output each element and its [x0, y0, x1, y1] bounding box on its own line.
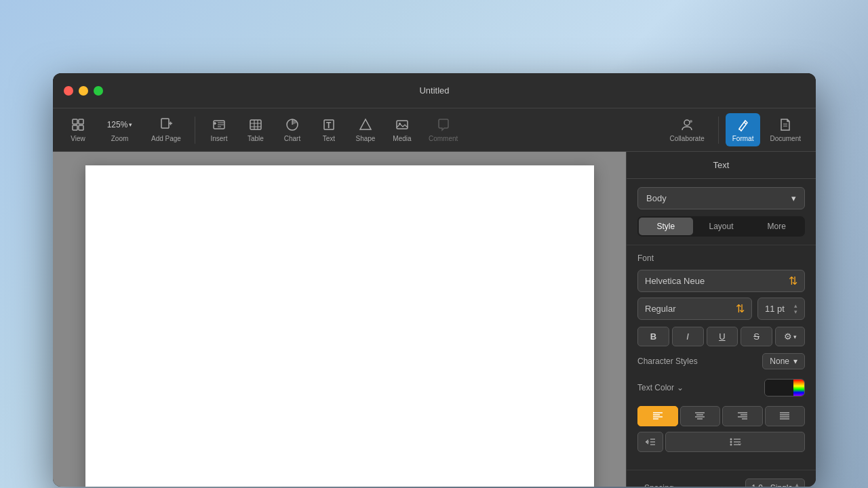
table-icon [248, 117, 263, 132]
app-window: Untitled View 125% ▾ Zoom [53, 73, 816, 487]
chart-toolbar-item[interactable]: Chart [275, 113, 309, 146]
format-toolbar-item[interactable]: Format [726, 113, 761, 146]
spacing-section: ▸ Spacing 1.0 - Single ▴ ▾ [627, 470, 816, 487]
align-left-button[interactable] [637, 406, 678, 426]
font-section-title: Font [637, 253, 805, 263]
style-dropdown[interactable]: Body ▾ [637, 187, 805, 209]
sidebar-title: Text [713, 160, 730, 170]
traffic-lights [53, 86, 103, 96]
shape-toolbar-item[interactable]: Shape [349, 113, 382, 146]
spacing-label-container: ▸ Spacing [637, 483, 673, 487]
window-title: Untitled [419, 85, 449, 96]
svg-rect-4 [161, 119, 169, 128]
char-styles-label: Character Styles [637, 357, 698, 366]
tab-layout[interactable]: Layout [694, 218, 749, 235]
document-toolbar-item[interactable]: Document [763, 113, 808, 146]
collaborate-toolbar-item[interactable]: Collaborate [663, 113, 711, 146]
media-label: Media [393, 135, 411, 142]
stepper-down-icon[interactable]: ▾ [794, 309, 797, 315]
font-settings-button[interactable]: ⚙ ▾ [775, 327, 805, 346]
insert-icon [212, 117, 226, 132]
align-right-button[interactable] [722, 406, 763, 426]
zoom-toolbar-item[interactable]: 125% ▾ Zoom [98, 113, 142, 146]
svg-line-26 [744, 122, 746, 124]
tab-more-label: More [768, 222, 786, 231]
document-icon [778, 117, 793, 132]
sidebar: Text Body ▾ Style Layout More [626, 152, 816, 487]
underline-button[interactable]: U [707, 327, 738, 346]
char-styles-chevron-icon: ▾ [793, 357, 797, 366]
comment-label: Comment [429, 135, 458, 142]
font-size-input[interactable]: 11 pt ▴ ▾ [757, 298, 805, 320]
svg-rect-13 [250, 120, 261, 129]
zoom-icon: 125% ▾ [113, 117, 127, 132]
text-color-chevron-icon: ⌄ [677, 383, 684, 392]
page[interactable] [85, 165, 594, 487]
align-center-button[interactable] [680, 406, 721, 426]
list-style-button[interactable] [665, 432, 805, 452]
chart-icon [285, 117, 300, 132]
svg-rect-3 [79, 125, 83, 130]
tab-style[interactable]: Style [639, 218, 693, 235]
gear-chevron-icon: ▾ [793, 333, 797, 340]
svg-rect-1 [79, 119, 83, 124]
view-label: View [71, 135, 85, 142]
style-value: Body [646, 193, 667, 203]
char-styles-row: Character Styles None ▾ [637, 353, 805, 369]
svg-point-54 [730, 444, 732, 446]
spacing-chevron-icon: ▸ [637, 483, 642, 487]
media-toolbar-item[interactable]: Media [385, 113, 419, 146]
font-style-selector[interactable]: Regular ⇅ [637, 298, 752, 320]
toolbar-sep-1 [195, 117, 195, 144]
italic-button[interactable]: I [672, 327, 704, 346]
svg-rect-22 [397, 121, 408, 129]
format-label: Format [732, 135, 754, 142]
bold-button[interactable]: B [637, 327, 669, 346]
view-icon [71, 117, 85, 132]
tab-more[interactable]: More [749, 218, 804, 235]
indent-decrease-button[interactable] [637, 432, 663, 452]
titlebar: Untitled [53, 73, 816, 108]
color-black-swatch [765, 380, 793, 396]
text-color-swatch[interactable] [764, 379, 805, 396]
svg-rect-0 [73, 119, 77, 124]
insert-toolbar-item[interactable]: Insert [202, 113, 236, 146]
gear-icon: ⚙ [784, 331, 792, 342]
comment-toolbar-item[interactable]: Comment [422, 113, 465, 146]
char-styles-dropdown[interactable]: None ▾ [762, 353, 805, 369]
font-style-arrow-icon: ⇅ [736, 302, 745, 315]
shape-label: Shape [355, 135, 375, 142]
view-toolbar-item[interactable]: View [61, 113, 95, 146]
font-arrow-icon: ⇅ [789, 274, 797, 287]
media-icon [395, 117, 410, 132]
minimize-button[interactable] [79, 86, 88, 96]
content-area: Text Body ▾ Style Layout More [53, 152, 816, 487]
table-toolbar-item[interactable]: Table [239, 113, 273, 146]
spacing-value: 1.0 - Single [751, 483, 793, 487]
sidebar-header: Text [627, 152, 816, 179]
text-icon: T [321, 117, 336, 132]
font-size-stepper[interactable]: ▴ ▾ [794, 303, 797, 315]
format-buttons-row: B I U S ⚙ ▾ [637, 327, 805, 346]
spacing-dropdown[interactable]: 1.0 - Single ▴ ▾ [745, 479, 805, 487]
maximize-button[interactable] [94, 86, 103, 96]
font-style-value: Regular [645, 304, 676, 314]
close-button[interactable] [64, 86, 73, 96]
svg-point-24 [684, 120, 690, 125]
toolbar-sep-2 [718, 117, 719, 144]
toolbar: View 125% ▾ Zoom Add Page [53, 108, 816, 152]
table-label: Table [248, 135, 264, 142]
font-size-value: 11 pt [765, 304, 785, 314]
align-justify-button[interactable] [765, 406, 806, 426]
insert-label: Insert [210, 135, 227, 142]
text-toolbar-item[interactable]: T Text [312, 113, 346, 146]
tab-style-label: Style [656, 222, 675, 231]
spacing-stepper[interactable]: ▴ ▾ [795, 482, 799, 487]
spacing-stepper-up-icon[interactable]: ▴ [795, 482, 799, 487]
strikethrough-button[interactable]: S [741, 327, 772, 346]
canvas-area[interactable] [53, 152, 626, 487]
svg-point-25 [690, 120, 692, 123]
style-chevron-icon: ▾ [791, 193, 796, 203]
font-name-selector[interactable]: Helvetica Neue ⇅ [637, 270, 805, 292]
add-page-toolbar-item[interactable]: Add Page [144, 113, 188, 146]
